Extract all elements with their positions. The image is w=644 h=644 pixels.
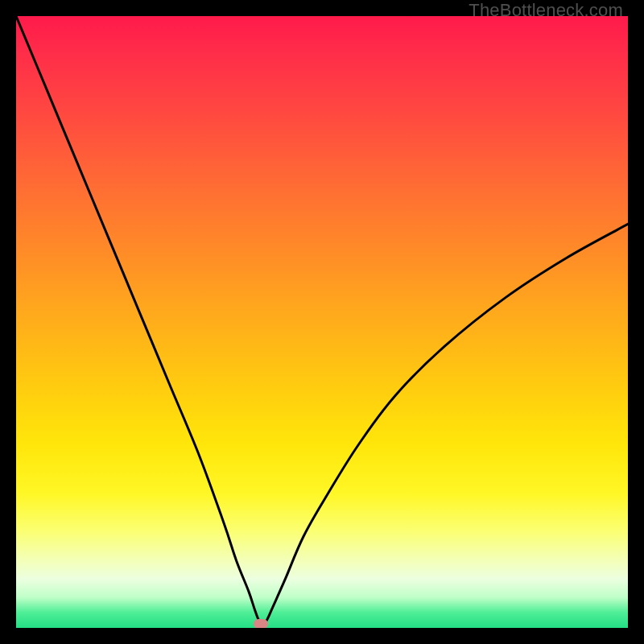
watermark-text: TheBottleneck.com	[469, 0, 623, 21]
curve-svg	[16, 16, 628, 628]
optimum-marker	[254, 619, 268, 628]
plot-area	[16, 16, 628, 628]
bottleneck-path	[16, 16, 628, 624]
